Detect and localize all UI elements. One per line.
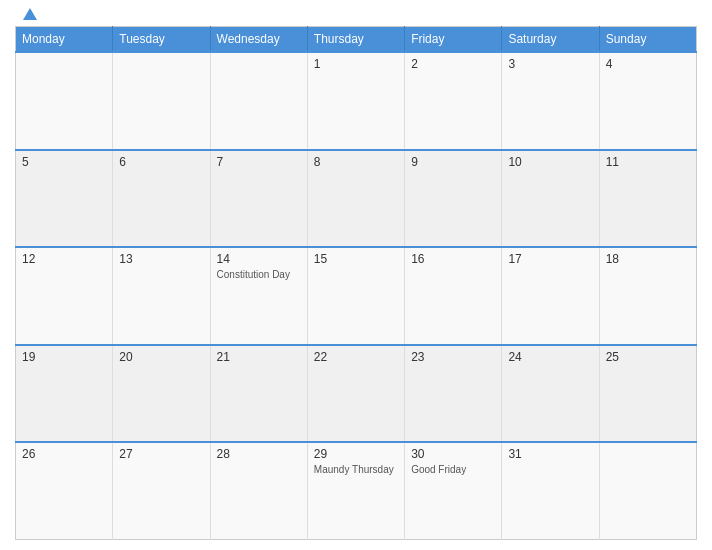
- calendar-day-cell: 18: [599, 247, 696, 345]
- day-number: 2: [411, 57, 495, 71]
- page: MondayTuesdayWednesdayThursdayFridaySatu…: [0, 0, 712, 550]
- day-number: 25: [606, 350, 690, 364]
- calendar-day-cell: 12: [16, 247, 113, 345]
- day-number: 23: [411, 350, 495, 364]
- calendar-week-row: 1234: [16, 52, 697, 150]
- day-number: 16: [411, 252, 495, 266]
- calendar-day-cell: [113, 52, 210, 150]
- calendar-day-cell: 1: [307, 52, 404, 150]
- day-number: 14: [217, 252, 301, 266]
- day-number: 31: [508, 447, 592, 461]
- day-number: 7: [217, 155, 301, 169]
- day-number: 28: [217, 447, 301, 461]
- day-number: 12: [22, 252, 106, 266]
- day-of-week-header: Thursday: [307, 27, 404, 53]
- day-number: 8: [314, 155, 398, 169]
- day-number: 1: [314, 57, 398, 71]
- calendar-day-cell: 29Maundy Thursday: [307, 442, 404, 540]
- calendar-day-cell: 28: [210, 442, 307, 540]
- day-number: 15: [314, 252, 398, 266]
- calendar-day-cell: 9: [405, 150, 502, 248]
- calendar-day-cell: 31: [502, 442, 599, 540]
- calendar-week-row: 567891011: [16, 150, 697, 248]
- calendar-day-cell: 27: [113, 442, 210, 540]
- calendar-day-cell: 3: [502, 52, 599, 150]
- day-number: 9: [411, 155, 495, 169]
- calendar-day-cell: 22: [307, 345, 404, 443]
- day-number: 22: [314, 350, 398, 364]
- calendar-table: MondayTuesdayWednesdayThursdayFridaySatu…: [15, 26, 697, 540]
- day-of-week-header: Sunday: [599, 27, 696, 53]
- calendar-day-cell: 13: [113, 247, 210, 345]
- day-number: 29: [314, 447, 398, 461]
- calendar-day-cell: 14Constitution Day: [210, 247, 307, 345]
- calendar-day-cell: 30Good Friday: [405, 442, 502, 540]
- calendar-day-cell: 2: [405, 52, 502, 150]
- day-of-week-header: Wednesday: [210, 27, 307, 53]
- calendar-week-row: 19202122232425: [16, 345, 697, 443]
- event-label: Maundy Thursday: [314, 463, 398, 476]
- calendar-day-cell: 5: [16, 150, 113, 248]
- calendar-day-cell: 20: [113, 345, 210, 443]
- calendar-day-cell: 24: [502, 345, 599, 443]
- header: [15, 10, 697, 20]
- day-of-week-header: Tuesday: [113, 27, 210, 53]
- calendar-day-cell: 6: [113, 150, 210, 248]
- calendar-week-row: 26272829Maundy Thursday30Good Friday31: [16, 442, 697, 540]
- calendar-day-cell: 4: [599, 52, 696, 150]
- calendar-day-cell: [599, 442, 696, 540]
- day-number: 19: [22, 350, 106, 364]
- day-number: 24: [508, 350, 592, 364]
- day-number: 3: [508, 57, 592, 71]
- logo: [19, 10, 37, 20]
- calendar-day-cell: 11: [599, 150, 696, 248]
- day-of-week-header: Saturday: [502, 27, 599, 53]
- day-number: 4: [606, 57, 690, 71]
- calendar-week-row: 121314Constitution Day15161718: [16, 247, 697, 345]
- calendar-day-cell: 21: [210, 345, 307, 443]
- day-number: 21: [217, 350, 301, 364]
- day-number: 27: [119, 447, 203, 461]
- calendar-day-cell: [210, 52, 307, 150]
- day-number: 26: [22, 447, 106, 461]
- calendar-day-cell: 16: [405, 247, 502, 345]
- calendar-day-cell: 7: [210, 150, 307, 248]
- day-number: 17: [508, 252, 592, 266]
- calendar-day-cell: 25: [599, 345, 696, 443]
- calendar-day-cell: 26: [16, 442, 113, 540]
- day-of-week-header: Friday: [405, 27, 502, 53]
- day-number: 10: [508, 155, 592, 169]
- day-number: 30: [411, 447, 495, 461]
- calendar-day-cell: 23: [405, 345, 502, 443]
- day-number: 18: [606, 252, 690, 266]
- logo-triangle-icon: [23, 8, 37, 20]
- calendar-day-cell: 19: [16, 345, 113, 443]
- calendar-day-cell: 17: [502, 247, 599, 345]
- calendar-day-cell: 15: [307, 247, 404, 345]
- day-number: 5: [22, 155, 106, 169]
- calendar-day-cell: 8: [307, 150, 404, 248]
- calendar-day-cell: 10: [502, 150, 599, 248]
- calendar-day-cell: [16, 52, 113, 150]
- calendar-header-row: MondayTuesdayWednesdayThursdayFridaySatu…: [16, 27, 697, 53]
- day-number: 11: [606, 155, 690, 169]
- day-number: 6: [119, 155, 203, 169]
- event-label: Constitution Day: [217, 268, 301, 281]
- day-number: 13: [119, 252, 203, 266]
- day-number: 20: [119, 350, 203, 364]
- event-label: Good Friday: [411, 463, 495, 476]
- day-of-week-header: Monday: [16, 27, 113, 53]
